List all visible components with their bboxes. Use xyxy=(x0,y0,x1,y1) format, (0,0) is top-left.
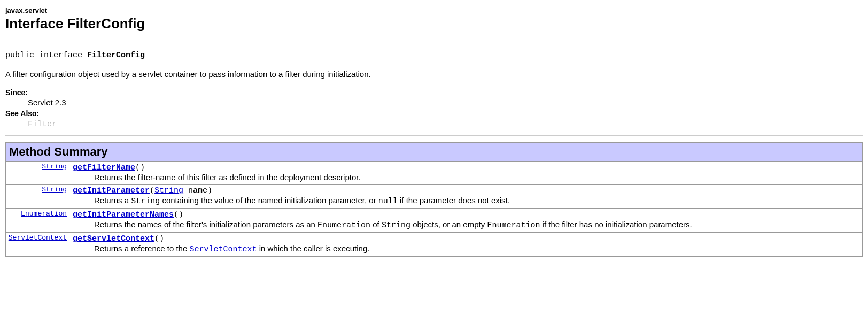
return-type-cell: ServletContext xyxy=(6,233,69,257)
code-inline: Enumeration xyxy=(487,221,540,230)
sig-params: () xyxy=(154,234,164,243)
method-name-link[interactable]: getInitParameterNames xyxy=(73,210,174,219)
divider xyxy=(5,135,863,136)
code-inline: Enumeration xyxy=(317,221,370,230)
method-summary-table: Method Summary StringgetFilterName()Retu… xyxy=(5,142,863,257)
sig-params: () xyxy=(135,163,145,172)
method-description: Returns the names of the filter's initia… xyxy=(94,220,859,230)
signature-cell: getServletContext()Returns a reference t… xyxy=(69,233,863,257)
since-label: Since: xyxy=(5,88,863,97)
decl-name: FilterConfig xyxy=(87,51,145,60)
method-description: Returns a String containing the value of… xyxy=(94,196,859,206)
interface-title: Interface FilterConfig xyxy=(5,16,863,32)
since-value: Servlet 2.3 xyxy=(28,98,863,107)
interface-description: A filter configuration object used by a … xyxy=(5,70,863,79)
code-inline: String xyxy=(382,221,410,230)
return-type-cell: Enumeration xyxy=(6,209,69,233)
method-name-link[interactable]: getServletContext xyxy=(73,234,154,243)
method-row: EnumerationgetInitParameterNames()Return… xyxy=(6,209,863,233)
seealso-label: See Also: xyxy=(5,109,863,118)
method-description: Returns a reference to the ServletContex… xyxy=(94,244,859,254)
seealso-link[interactable]: Filter xyxy=(28,120,57,129)
method-description: Returns the filter-name of this filter a… xyxy=(94,173,859,182)
method-row: StringgetInitParameter(String name)Retur… xyxy=(6,185,863,209)
param-type-link[interactable]: String xyxy=(154,186,183,195)
code-inline: null xyxy=(378,197,398,206)
divider xyxy=(5,40,863,40)
sig-open: ( xyxy=(150,186,154,195)
return-type-link[interactable]: String xyxy=(42,186,67,194)
method-summary-header: Method Summary xyxy=(6,143,863,162)
decl-prefix: public interface xyxy=(5,51,87,60)
package-name: javax.servlet xyxy=(5,6,863,14)
sig-rest: name) xyxy=(183,186,212,195)
desc-type-link[interactable]: ServletContext xyxy=(189,245,257,254)
code-inline: String xyxy=(131,197,160,206)
method-name-link[interactable]: getFilterName xyxy=(73,163,135,172)
tag-list: Since: Servlet 2.3 See Also: Filter xyxy=(5,88,863,129)
return-type-cell: String xyxy=(6,185,69,209)
signature-cell: getInitParameter(String name)Returns a S… xyxy=(69,185,863,209)
method-row: StringgetFilterName()Returns the filter-… xyxy=(6,162,863,185)
method-name-link[interactable]: getInitParameter xyxy=(73,186,150,195)
method-row: ServletContextgetServletContext()Returns… xyxy=(6,233,863,257)
return-type-link[interactable]: ServletContext xyxy=(9,234,67,242)
signature-cell: getFilterName()Returns the filter-name o… xyxy=(69,162,863,185)
return-type-cell: String xyxy=(6,162,69,185)
sig-params: () xyxy=(174,210,183,219)
return-type-link[interactable]: String xyxy=(42,163,67,171)
interface-declaration: public interface FilterConfig xyxy=(5,51,863,60)
signature-cell: getInitParameterNames()Returns the names… xyxy=(69,209,863,233)
seealso-value: Filter xyxy=(28,119,863,129)
return-type-link[interactable]: Enumeration xyxy=(21,210,67,218)
